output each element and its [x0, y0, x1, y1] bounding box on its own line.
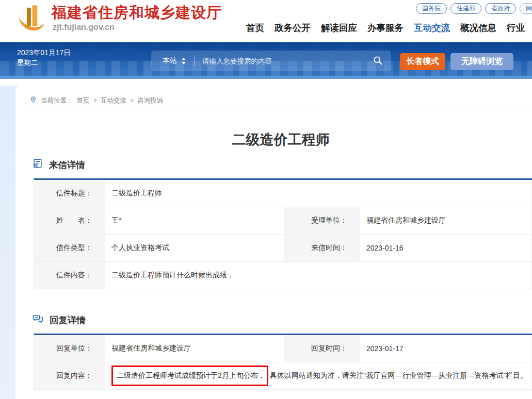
- search-input[interactable]: [202, 57, 373, 65]
- reply-chat-icon: [32, 313, 44, 327]
- quick-link-website-support[interactable]: 网站支: [520, 3, 532, 14]
- breadcrumb-divider: [29, 111, 532, 111]
- reply-section-header: 回复详情: [32, 313, 532, 327]
- letter-document-icon: [32, 158, 43, 172]
- breadcrumb-separator: >: [93, 97, 97, 104]
- search-scope-dropdown[interactable]: 本站: [163, 56, 186, 65]
- letter-subject-label: 信件标题：: [34, 180, 105, 207]
- letter-name-value: 王*: [105, 207, 284, 235]
- letter-content-label: 信件内容：: [34, 262, 105, 289]
- accessibility-button[interactable]: 无障碍浏览: [450, 53, 513, 70]
- letter-unit-value: 福建省住房和城乡建设厅: [360, 207, 532, 235]
- letter-unit-label: 受理单位：: [284, 207, 360, 235]
- search-bar: 本站: [151, 51, 391, 71]
- letter-type-value: 个人执业资格考试: [105, 235, 284, 262]
- quick-link-shengzhengfu[interactable]: 省政府: [485, 3, 516, 14]
- date-block: 2023年01月17日 星期二: [17, 47, 71, 68]
- content-card: 当前位置： 首页 > 互动交流 > 咨询投诉 二级造价工程师 来信详情: [15, 86, 532, 399]
- search-icon: [373, 55, 383, 67]
- dropdown-arrows-icon: [182, 58, 186, 64]
- search-scope-label: 本站: [163, 56, 177, 65]
- site-header: 福建省住房和城乡建设厅 zjt.fujian.gov.cn 国务院 住建部 省政…: [0, 0, 532, 42]
- nav-gaikuang-xinxi[interactable]: 概况信息: [460, 22, 496, 34]
- nav-jiedu-huiying[interactable]: 解读回应: [321, 22, 357, 34]
- reply-content-value: 二级造价工程师考试成绩预计于2月上旬公布， 具体以网站通知为准，请关注“我厅官网…: [105, 362, 532, 390]
- reply-table: 回复单位： 福建省住房和城乡建设厅 回复时间： 2023-01-17 回复内容：…: [34, 334, 532, 390]
- reply-unit-label: 回复单位：: [34, 335, 105, 362]
- letter-section-header: 来信详情: [32, 158, 532, 172]
- breadcrumb-hudong-jiaoliu[interactable]: 互动交流: [101, 96, 126, 105]
- nav-home[interactable]: 首页: [246, 22, 264, 34]
- quick-link-guowuyuan[interactable]: 国务院: [416, 3, 447, 14]
- letter-name-label: 姓 名：: [34, 207, 105, 235]
- letter-subject-value: 二级造价工程师: [105, 180, 532, 207]
- breadcrumb-prefix: 当前位置：: [41, 96, 73, 105]
- weekday-text: 星期二: [17, 58, 71, 68]
- search-button[interactable]: [373, 55, 383, 67]
- reply-unit-value: 福建省住房和城乡建设厅: [105, 335, 284, 362]
- reply-time-value: 2023-01-17: [360, 335, 532, 362]
- site-title: 福建省住房和城乡建设厅: [52, 4, 222, 21]
- main-area: 当前位置： 首页 > 互动交流 > 咨询投诉 二级造价工程师 来信详情: [0, 86, 532, 399]
- date-text: 2023年01月17日: [17, 47, 71, 58]
- site-logo[interactable]: 福建省住房和城乡建设厅 zjt.fujian.gov.cn: [14, 4, 222, 36]
- nav-zhengwu-gongkai[interactable]: 政务公开: [275, 22, 311, 34]
- reply-content-rest: 具体以网站通知为准，请关注“我厅官网—行业管理—执业注册—资格考试”栏目。: [270, 371, 527, 380]
- reply-section-title: 回复详情: [50, 314, 86, 326]
- nav-banshi-fuwu[interactable]: 办事服务: [367, 22, 404, 34]
- search-divider: [194, 56, 195, 66]
- letter-table: 信件标题： 二级造价工程师 姓 名： 王* 受理单位： 福建省住房和城乡建设厅 …: [34, 178, 532, 289]
- building-logo-icon: [14, 4, 46, 36]
- letter-content-value: 二级造价工程师预计什么时候出成绩，: [105, 262, 532, 289]
- letter-time-label: 来信时间：: [284, 235, 360, 262]
- quick-links: 国务院 住建部 省政府 网站支: [416, 3, 532, 14]
- letter-section-title: 来信详情: [49, 159, 85, 171]
- breadcrumb: 当前位置： 首页 > 互动交流 > 咨询投诉: [29, 96, 532, 105]
- site-domain: zjt.fujian.gov.cn: [53, 23, 222, 32]
- reply-time-label: 回复时间：: [284, 335, 360, 362]
- location-pin-icon: [29, 96, 37, 105]
- elder-mode-button[interactable]: 长者模式: [400, 53, 445, 70]
- quick-link-zhujianbu[interactable]: 住建部: [450, 3, 481, 14]
- nav-hangye[interactable]: 行业: [507, 22, 525, 34]
- letter-time-value: 2023-01-16: [360, 235, 532, 262]
- main-nav: 首页 政务公开 解读回应 办事服务 互动交流 概况信息 行业: [246, 22, 525, 34]
- banner: 2023年01月17日 星期二 本站 长者模式 无障碍浏览: [0, 42, 532, 79]
- page-title: 二级造价工程师: [29, 130, 532, 149]
- breadcrumb-separator: >: [130, 97, 134, 104]
- breadcrumb-home[interactable]: 首页: [77, 96, 90, 105]
- breadcrumb-zixun-tousu[interactable]: 咨询投诉: [137, 96, 163, 105]
- letter-type-label: 信件类型：: [34, 235, 105, 262]
- nav-hudong-jiaoliu[interactable]: 互动交流: [414, 22, 450, 34]
- reply-content-label: 回复内容：: [34, 362, 105, 390]
- highlight-annotation-box: 二级造价工程师考试成绩预计于2月上旬公布，: [111, 365, 268, 386]
